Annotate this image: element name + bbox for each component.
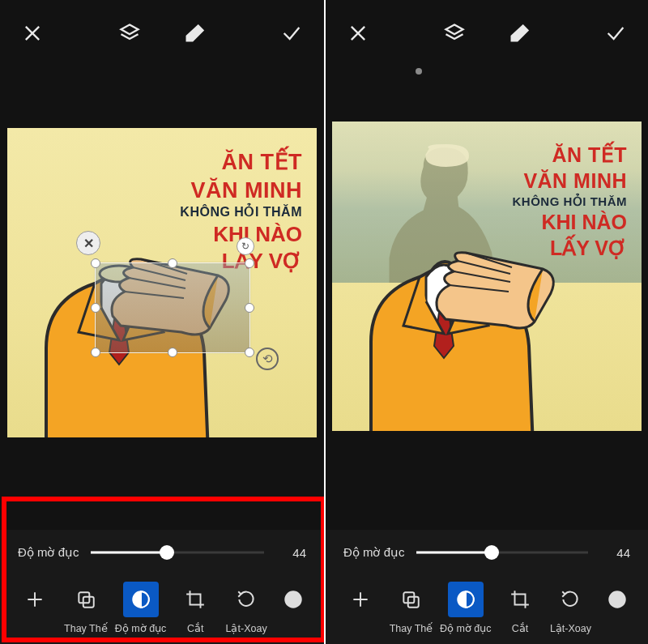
top-bar <box>326 0 648 66</box>
meme-text-line: ĂN TẾT <box>513 142 628 168</box>
tool-row: Thay Thế Độ mờ đục Cắt <box>10 575 314 638</box>
svg-point-4 <box>285 591 301 608</box>
svg-point-8 <box>609 591 625 608</box>
editor-pane-left: ĂN TẾT VĂN MINH KHÔNG HỎI THĂM KHI NÀO L… <box>0 0 324 644</box>
region-icon <box>599 582 635 617</box>
crop-icon <box>502 582 538 617</box>
meme-text-line: VĂN MINH <box>513 168 628 194</box>
bottom-panel: Độ mờ đục 44 Thay Thế <box>326 530 648 644</box>
resize-handle[interactable] <box>91 258 100 268</box>
crop-tool[interactable]: Cắt <box>173 582 217 634</box>
eraser-icon[interactable] <box>183 22 206 45</box>
image-canvas[interactable]: ĂN TẾT VĂN MINH KHÔNG HỎI THĂM KHI NÀO L… <box>332 122 642 431</box>
opacity-value: 44 <box>599 546 630 560</box>
resize-handle[interactable] <box>245 303 254 313</box>
transform-box[interactable]: ✕ ↻ ⟲ <box>95 262 250 353</box>
resize-handle[interactable] <box>168 258 177 268</box>
resize-handle[interactable] <box>245 348 254 357</box>
resize-handle[interactable] <box>91 303 100 313</box>
flip-rotate-tool[interactable]: Lật-Xoay <box>224 582 268 634</box>
opacity-tool[interactable]: Độ mờ đục <box>440 582 492 634</box>
region-icon <box>275 582 311 617</box>
mini-slider[interactable] <box>326 66 648 76</box>
opacity-icon <box>448 582 484 617</box>
tool-row: Thay Thế Độ mờ đục Cắt <box>335 575 638 638</box>
free-rotate-icon[interactable]: ⟲ <box>256 348 279 370</box>
flip-rotate-icon <box>552 582 588 617</box>
replace-tool[interactable]: Thay Thế <box>64 582 108 634</box>
replace-icon <box>393 582 428 617</box>
close-icon[interactable] <box>21 22 44 45</box>
opacity-value: 44 <box>275 546 306 560</box>
add-layer-button[interactable] <box>339 582 382 622</box>
eraser-icon[interactable] <box>508 22 531 45</box>
add-layer-button[interactable] <box>13 582 57 622</box>
resize-handle[interactable] <box>168 348 177 357</box>
resize-handle[interactable] <box>91 348 100 357</box>
top-bar <box>0 0 324 66</box>
bottom-panel: Độ mờ đục 44 Thay Thế <box>0 530 324 644</box>
layers-icon[interactable] <box>443 22 466 45</box>
check-icon[interactable] <box>604 22 627 45</box>
reset-rotation-icon[interactable]: ↻ <box>237 237 254 255</box>
flip-rotate-tool[interactable]: Lật-Xoay <box>548 582 592 634</box>
editor-pane-right: ĂN TẾT VĂN MINH KHÔNG HỎI THĂM KHI NÀO L… <box>324 0 648 644</box>
crop-tool[interactable]: Cắt <box>498 582 542 634</box>
check-icon[interactable] <box>280 22 303 45</box>
region-tool[interactable]: Vùn <box>599 582 635 633</box>
delete-layer-icon[interactable]: ✕ <box>76 231 100 255</box>
layers-icon[interactable] <box>118 22 141 45</box>
crop-icon <box>177 582 213 617</box>
flip-rotate-icon <box>228 582 264 617</box>
opacity-slider[interactable] <box>416 544 588 561</box>
opacity-label: Độ mờ đục <box>343 545 405 560</box>
meme-character-suit <box>332 204 565 431</box>
meme-text-line: ĂN TẾT <box>180 148 302 177</box>
resize-handle[interactable] <box>245 258 254 268</box>
image-canvas[interactable]: ĂN TẾT VĂN MINH KHÔNG HỎI THĂM KHI NÀO L… <box>7 128 317 437</box>
meme-text-line: VĂN MINH <box>180 177 302 205</box>
opacity-icon <box>123 582 159 617</box>
opacity-slider[interactable] <box>91 544 264 561</box>
replace-icon <box>68 582 104 617</box>
replace-tool[interactable]: Thay Thế <box>389 582 433 634</box>
close-icon[interactable] <box>347 22 369 45</box>
region-tool[interactable]: Vùn <box>275 582 311 633</box>
opacity-label: Độ mờ đục <box>18 545 79 560</box>
opacity-tool[interactable]: Độ mờ đục <box>115 582 167 634</box>
